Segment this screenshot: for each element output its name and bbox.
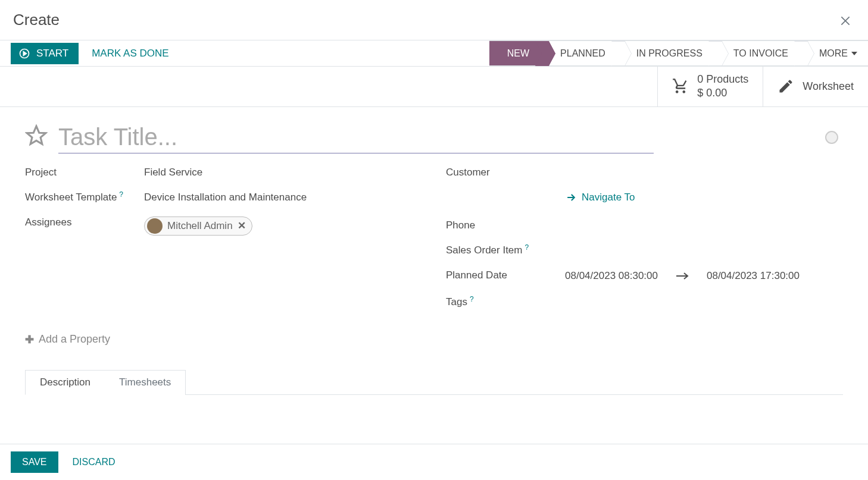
project-value[interactable]: Field Service bbox=[144, 167, 422, 178]
form-columns: Project Field Service Worksheet Template… bbox=[25, 167, 843, 321]
assignee-chip-text: Mitchell Admin bbox=[167, 220, 233, 232]
kanban-state-toggle[interactable] bbox=[825, 131, 838, 144]
status-bar: START MARK AS DONE NEW PLANNED IN PROGRE… bbox=[0, 40, 868, 67]
tags-field: Tags ? bbox=[446, 296, 843, 308]
navigate-to-label: Navigate To bbox=[582, 192, 635, 203]
worksheet-template-label: Worksheet Template bbox=[25, 192, 117, 203]
help-icon[interactable]: ? bbox=[525, 243, 529, 252]
planned-date-end[interactable]: 08/04/2023 17:30:00 bbox=[707, 270, 800, 282]
svg-marker-6 bbox=[27, 126, 46, 144]
notebook-tabs: Description Timesheets bbox=[25, 370, 843, 395]
form-sheet: Project Field Service Worksheet Template… bbox=[0, 107, 868, 395]
start-button-label: START bbox=[36, 48, 68, 59]
navigate-field: Navigate To bbox=[446, 192, 843, 206]
button-box: 0 Products $ 0.00 Worksheet bbox=[0, 67, 868, 107]
svg-marker-3 bbox=[23, 51, 26, 55]
phone-field: Phone bbox=[446, 219, 843, 231]
add-property-button[interactable]: ✚ Add a Property bbox=[25, 333, 110, 346]
assignees-label: Assignees bbox=[25, 217, 144, 228]
start-button[interactable]: START bbox=[11, 43, 79, 64]
worksheet-stat-button[interactable]: Worksheet bbox=[763, 67, 868, 106]
customer-label: Customer bbox=[446, 167, 565, 178]
close-button[interactable] bbox=[836, 12, 855, 29]
assignees-value[interactable]: Mitchell Admin ✕ bbox=[144, 217, 422, 237]
worksheet-template-field: Worksheet Template ? Device Installation… bbox=[25, 192, 422, 203]
tab-description[interactable]: Description bbox=[25, 370, 105, 395]
tab-timesheets[interactable]: Timesheets bbox=[105, 370, 186, 395]
planned-date-start[interactable]: 08/04/2023 08:30:00 bbox=[565, 270, 658, 282]
statusbar-actions: START MARK AS DONE bbox=[0, 40, 489, 66]
arrow-right-icon bbox=[565, 192, 577, 203]
products-amount-label: $ 0.00 bbox=[697, 86, 727, 100]
modal-title: Create bbox=[13, 11, 60, 29]
sales-order-item-label: Sales Order Item bbox=[446, 244, 523, 256]
worksheet-label: Worksheet bbox=[803, 80, 854, 93]
caret-down-icon bbox=[851, 52, 857, 55]
help-icon[interactable]: ? bbox=[119, 190, 123, 199]
svg-rect-5 bbox=[678, 81, 682, 83]
close-icon bbox=[839, 15, 851, 27]
plus-icon: ✚ bbox=[25, 333, 34, 346]
star-outline-icon bbox=[25, 124, 48, 147]
title-row bbox=[25, 121, 843, 153]
planned-date-field: Planned Date 08/04/2023 08:30:00 08/04/2… bbox=[446, 269, 843, 283]
avatar-icon bbox=[147, 218, 163, 234]
worksheet-template-value[interactable]: Device Installation and Maintenance bbox=[144, 192, 422, 203]
priority-star-toggle[interactable] bbox=[25, 124, 48, 150]
phone-label: Phone bbox=[446, 219, 565, 231]
right-column: Customer Navigate To Phone Sales Ord bbox=[446, 167, 843, 321]
products-stat-button[interactable]: 0 Products $ 0.00 bbox=[657, 67, 763, 106]
products-count-label: 0 Products bbox=[697, 73, 748, 86]
left-column: Project Field Service Worksheet Template… bbox=[25, 167, 422, 321]
mark-done-button[interactable]: MARK AS DONE bbox=[89, 43, 171, 64]
stage-in-progress[interactable]: IN PROGRESS bbox=[619, 40, 716, 66]
planned-date-label: Planned Date bbox=[446, 269, 565, 281]
play-circle-icon bbox=[18, 48, 30, 59]
tags-label: Tags bbox=[446, 296, 467, 308]
customer-field: Customer bbox=[446, 167, 843, 178]
assignees-field: Assignees Mitchell Admin ✕ bbox=[25, 217, 422, 237]
project-field: Project Field Service bbox=[25, 167, 422, 178]
assignee-chip: Mitchell Admin ✕ bbox=[144, 217, 252, 236]
stage-new[interactable]: NEW bbox=[489, 40, 542, 66]
navigate-to-link[interactable]: Navigate To bbox=[565, 192, 635, 203]
pencil-icon bbox=[778, 78, 794, 95]
help-icon[interactable]: ? bbox=[470, 295, 474, 303]
modal-header: Create bbox=[0, 0, 868, 40]
arrow-right-long-icon bbox=[676, 269, 689, 283]
stage-more-label: MORE bbox=[819, 48, 848, 59]
project-label: Project bbox=[25, 167, 144, 178]
add-property-label: Add a Property bbox=[39, 333, 110, 346]
stage-pipeline: NEW PLANNED IN PROGRESS TO INVOICE MORE bbox=[489, 40, 868, 66]
cart-plus-icon bbox=[672, 78, 689, 95]
chip-remove-button[interactable]: ✕ bbox=[238, 219, 246, 232]
task-title-input[interactable] bbox=[58, 121, 654, 153]
sales-order-item-field: Sales Order Item ? bbox=[446, 244, 843, 256]
